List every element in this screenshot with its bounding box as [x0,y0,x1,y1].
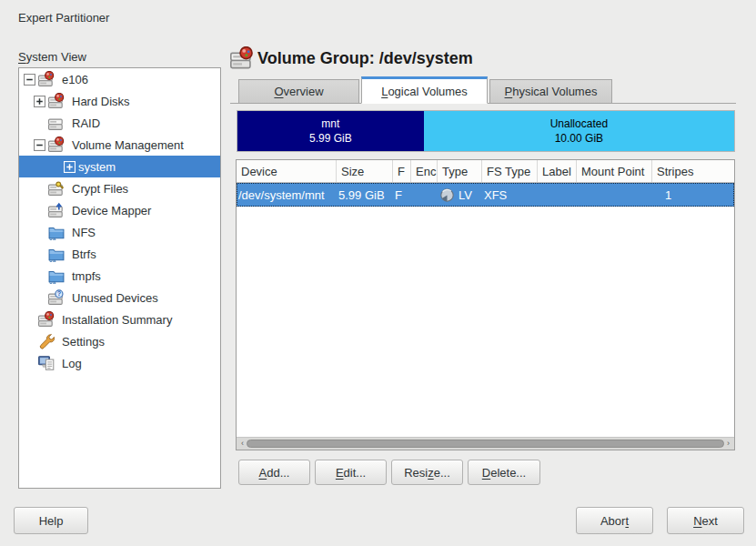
page-title: Volume Group: /dev/system [230,46,473,70]
cell-fs-type: XFS [482,183,538,207]
bar-segment-mnt: mnt 5.99 GiB [237,111,424,151]
sidebar-item-btrfs[interactable]: Btrfs [19,243,220,265]
lv-pie-icon [439,187,455,203]
horizontal-scrollbar[interactable]: ‹ › [237,437,734,450]
expander-minus-icon[interactable] [24,74,35,86]
table-empty-area[interactable] [237,207,734,437]
lvm-disk-icon [38,311,56,328]
delete-button[interactable]: Delete... [468,460,540,485]
sidebar-item-crypt-files[interactable]: Crypt Files [19,177,220,199]
expander-minus-icon[interactable] [34,139,45,151]
unused-devices-icon [48,289,66,306]
log-icon [38,355,56,371]
lvm-disk-icon [48,93,66,109]
sidebar-item-unused-devices[interactable]: Unused Devices [19,287,220,308]
network-folder-icon [48,224,66,240]
volume-group-icon [230,46,254,70]
sidebar-item-e106[interactable]: e106 [19,68,220,90]
network-folder-icon [48,246,66,262]
table-row[interactable]: /dev/system/mnt 5.99 GiB F LV XFS 1 [237,183,734,207]
scroll-left-icon[interactable]: ‹ [238,438,247,450]
col-mount-point[interactable]: Mount Point [577,160,652,182]
sidebar-item-system[interactable]: system [19,156,220,177]
cell-device: /dev/system/mnt [237,183,337,207]
next-button[interactable]: Next [667,507,744,534]
col-f[interactable]: F [393,160,411,182]
sidebar-item-volume-management[interactable]: Volume Management [19,134,220,156]
col-enc[interactable]: Enc [411,160,438,182]
cell-enc [411,183,438,207]
lvm-disk-icon [38,71,56,87]
col-label[interactable]: Label [538,160,577,182]
cell-f: F [393,183,411,207]
expander-plus-icon[interactable] [64,161,76,173]
tab-logical-volumes[interactable]: Logical Volumes [361,76,488,104]
cell-type: LV [438,183,482,207]
col-fs-type[interactable]: FS Type [482,160,538,182]
abort-button[interactable]: Abort [576,507,653,534]
window-title: Expert Partitioner [18,11,109,25]
sidebar-item-installation-summary[interactable]: Installation Summary [19,308,220,330]
col-device[interactable]: Device [237,160,337,182]
col-size[interactable]: Size [337,160,393,182]
device-mapper-icon [48,202,66,218]
sidebar-item-nfs[interactable]: NFS [19,221,220,243]
sidebar-item-raid[interactable]: RAID [19,112,220,134]
resize-button[interactable]: Resize... [391,460,463,485]
sidebar-item-tmpfs[interactable]: tmpfs [19,265,220,287]
col-type[interactable]: Type [438,160,482,182]
volume-usage-bar: mnt 5.99 GiB Unallocated 10.00 GiB [237,110,735,152]
crypt-files-icon [48,180,66,197]
scroll-right-icon[interactable]: › [724,438,732,450]
network-folder-icon [48,268,66,284]
expander-plus-icon[interactable] [34,96,45,107]
system-view-label: System View [18,50,86,64]
cell-label [538,183,577,207]
logical-volumes-table[interactable]: Device Size F Enc Type FS Type Label Mou… [236,159,735,450]
tab-physical-volumes[interactable]: Physical Volumes [489,79,612,103]
sidebar-item-log[interactable]: Log [19,352,220,374]
bar-segment-unallocated: Unallocated 10.00 GiB [424,111,734,151]
scrollbar-thumb[interactable] [247,440,724,448]
sidebar-item-device-mapper[interactable]: Device Mapper [19,199,220,221]
help-button[interactable]: Help [14,507,88,534]
settings-wrench-icon [38,333,56,349]
raid-disk-icon [48,115,66,131]
cell-size: 5.99 GiB [337,183,393,207]
edit-button[interactable]: Edit... [315,460,387,485]
notebook-tabbar: Overview Logical Volumes Physical Volume… [230,76,736,104]
cell-mount-point [577,183,652,207]
system-view-tree[interactable]: e106 Hard Disks RAID Volume Management s… [18,67,221,489]
cell-stripes: 1 [652,183,734,207]
col-stripes[interactable]: Stripes [652,160,734,182]
table-actions: Add... Edit... Resize... Delete... [238,460,540,485]
add-button[interactable]: Add... [238,460,310,485]
sidebar-item-settings[interactable]: Settings [19,330,220,352]
tab-overview[interactable]: Overview [238,79,359,103]
sidebar-item-hard-disks[interactable]: Hard Disks [19,90,220,112]
table-header: Device Size F Enc Type FS Type Label Mou… [237,160,734,183]
lvm-disk-icon [48,136,66,153]
